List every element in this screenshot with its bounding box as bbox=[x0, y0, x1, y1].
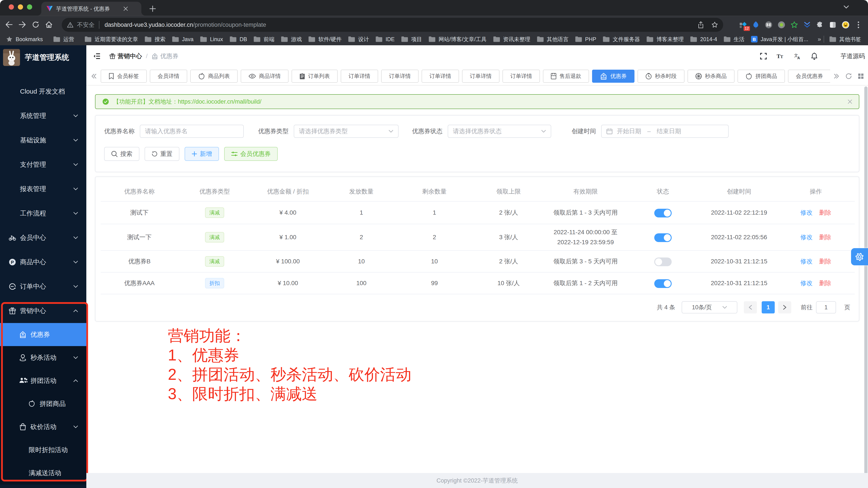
delete-button[interactable]: 删除 bbox=[819, 209, 831, 216]
bookmark-folder[interactable]: 游戏 bbox=[281, 36, 302, 43]
tab-订单详情[interactable]: 订单详情 bbox=[462, 70, 499, 83]
status-toggle[interactable] bbox=[654, 209, 672, 218]
settings-gear-button[interactable] bbox=[851, 248, 868, 265]
bookmark-folder[interactable]: Java bbox=[172, 36, 193, 42]
bookmark-folder[interactable]: PHP bbox=[575, 36, 596, 42]
sidebar-item-秒杀活动[interactable]: 秒杀活动 bbox=[0, 346, 86, 369]
ext-record-icon[interactable] bbox=[778, 21, 785, 29]
profile-avatar-icon[interactable] bbox=[842, 21, 849, 29]
bookmark-folder[interactable]: 2014-4 bbox=[690, 36, 717, 42]
sidebar-item-工作流程[interactable]: 工作流程 bbox=[0, 201, 86, 226]
add-button[interactable]: 新增 bbox=[185, 147, 219, 161]
sidebar-item-限时折扣活动[interactable]: 限时折扣活动 bbox=[0, 438, 86, 461]
status-toggle[interactable] bbox=[654, 233, 672, 242]
tags-refresh-icon[interactable] bbox=[845, 73, 852, 80]
coupon-status-select[interactable]: 请选择优惠券状态 bbox=[448, 125, 551, 138]
tab-秒杀时段[interactable]: 秒杀时段 bbox=[638, 70, 684, 83]
zoom-window-button[interactable] bbox=[27, 4, 32, 9]
tab-订单列表[interactable]: 订单列表 bbox=[291, 70, 338, 83]
bookmark-folder[interactable]: DB bbox=[229, 36, 247, 42]
tab-优惠券[interactable]: 优惠券 bbox=[592, 70, 634, 83]
tab-售后退款[interactable]: 售后退款 bbox=[543, 70, 589, 83]
coupon-name-input[interactable]: 请输入优惠券名 bbox=[140, 125, 244, 138]
ext-square-icon[interactable] bbox=[829, 21, 837, 29]
bookmark-folder[interactable]: 运营 bbox=[53, 36, 74, 43]
bookmark-star-icon[interactable] bbox=[711, 22, 718, 28]
url-text[interactable]: dashboard-vue3.yudao.iocoder.cn/promotio… bbox=[104, 22, 266, 28]
bookmark-folder[interactable]: 搜索 bbox=[145, 36, 165, 43]
tab-商品列表[interactable]: 商品列表 bbox=[190, 70, 238, 83]
delete-button[interactable]: 删除 bbox=[819, 258, 831, 265]
status-toggle[interactable] bbox=[654, 279, 672, 288]
tags-scroll-left-icon[interactable] bbox=[91, 74, 97, 79]
bookmark-folder[interactable]: 设计 bbox=[348, 36, 369, 43]
search-button[interactable]: 搜索 bbox=[104, 147, 140, 161]
other-bookmarks[interactable]: 其他书签 bbox=[829, 36, 861, 43]
ext-grid-icon[interactable]: 12 bbox=[739, 21, 747, 29]
share-icon[interactable] bbox=[698, 21, 704, 28]
tab-会员详情[interactable]: 会员详情 bbox=[150, 70, 187, 83]
tags-scroll-right-icon[interactable] bbox=[834, 74, 839, 79]
sidebar-item-报表管理[interactable]: 报表管理 bbox=[0, 177, 86, 201]
bookmark-folder[interactable]: 项目 bbox=[401, 36, 422, 43]
tab-search-icon[interactable] bbox=[844, 5, 849, 9]
sidebar-item-拼团活动[interactable]: 拼团活动 bbox=[0, 369, 86, 392]
username[interactable]: 芋道源码 bbox=[841, 52, 865, 60]
notification-bell-icon[interactable] bbox=[811, 53, 817, 60]
home-icon[interactable] bbox=[45, 21, 53, 28]
tab-商品详情[interactable]: 商品详情 bbox=[241, 70, 288, 83]
sidebar-item-Cloud 开发文档[interactable]: Cloud 开发文档 bbox=[0, 79, 86, 104]
sidebar-item-商品中心[interactable]: P商品中心 bbox=[0, 250, 86, 274]
tab-会员优惠券[interactable]: 会员优惠券 bbox=[788, 70, 830, 83]
address-bar[interactable]: 不安全 dashboard-vue3.yudao.iocoder.cn/prom… bbox=[62, 18, 723, 32]
sidebar-item-优惠券[interactable]: 优惠券 bbox=[0, 323, 86, 346]
ext-kite-icon[interactable] bbox=[752, 21, 760, 29]
edit-button[interactable]: 修改 bbox=[800, 209, 812, 216]
tags-layout-icon[interactable] bbox=[858, 74, 864, 79]
sidebar-item-砍价活动[interactable]: 砍价活动 bbox=[0, 415, 86, 438]
bookmark-folder[interactable]: Linux bbox=[200, 36, 223, 42]
tab-秒杀商品[interactable]: 秒杀商品 bbox=[687, 70, 735, 83]
delete-button[interactable]: 删除 bbox=[819, 280, 831, 286]
coupon-type-select[interactable]: 请选择优惠券类型 bbox=[294, 125, 399, 138]
window-controls[interactable] bbox=[9, 4, 32, 9]
goto-page-input[interactable]: 1 bbox=[816, 301, 836, 313]
tab-拼团商品[interactable]: 拼团商品 bbox=[738, 70, 785, 83]
bookmark-folder[interactable]: 资讯未整理 bbox=[493, 36, 530, 43]
close-window-button[interactable] bbox=[9, 4, 14, 9]
tab-close-icon[interactable] bbox=[122, 5, 129, 12]
sidebar-item-会员中心[interactable]: 会员中心 bbox=[0, 226, 86, 250]
bookmarks-overflow[interactable]: » bbox=[817, 36, 821, 42]
new-tab-button[interactable] bbox=[148, 4, 157, 13]
bookmark-folder[interactable]: 博客未整理 bbox=[646, 36, 684, 43]
alert-close-icon[interactable] bbox=[847, 99, 852, 104]
bookmark-folder[interactable]: 网站/博客/文章/工具 bbox=[429, 36, 487, 43]
minimize-window-button[interactable] bbox=[18, 4, 23, 9]
forward-icon[interactable] bbox=[19, 21, 26, 28]
reload-icon[interactable] bbox=[32, 21, 39, 28]
tab-订单详情[interactable]: 订单详情 bbox=[381, 70, 418, 83]
ext-command-icon[interactable] bbox=[765, 21, 773, 29]
security-warning-icon[interactable] bbox=[67, 22, 73, 28]
page-number-1[interactable]: 1 bbox=[762, 301, 775, 313]
breadcrumb-item-marketing[interactable]: 营销中心 bbox=[110, 52, 142, 60]
collapse-sidebar-icon[interactable] bbox=[93, 53, 100, 59]
prev-page-button[interactable] bbox=[744, 301, 757, 313]
bookmark-folder[interactable]: 近期需要读的文章 bbox=[85, 36, 138, 43]
tab-会员标签[interactable]: 会员标签 bbox=[101, 70, 147, 83]
delete-button[interactable]: 删除 bbox=[819, 234, 831, 240]
tab-订单详情[interactable]: 订单详情 bbox=[422, 70, 459, 83]
sidebar-item-营销中心[interactable]: 营销中心 bbox=[0, 298, 86, 323]
sidebar-item-系统管理[interactable]: 系统管理 bbox=[0, 104, 86, 128]
bookmarks-root[interactable]: Bookmarks bbox=[6, 36, 43, 42]
extensions-puzzle-icon[interactable] bbox=[816, 21, 824, 29]
fullscreen-icon[interactable] bbox=[760, 53, 767, 59]
bookmark-site[interactable]: B Java开发 | 小组首... bbox=[751, 36, 808, 43]
reset-button[interactable]: 重置 bbox=[145, 147, 179, 161]
edit-button[interactable]: 修改 bbox=[800, 258, 812, 265]
bookmark-folder[interactable]: 文件服务器 bbox=[603, 36, 640, 43]
sidebar-item-基础设施[interactable]: 基础设施 bbox=[0, 128, 86, 152]
sidebar-item-订单中心[interactable]: 订单中心 bbox=[0, 274, 86, 298]
sidebar-item-支付管理[interactable]: 支付管理 bbox=[0, 152, 86, 177]
next-page-button[interactable] bbox=[778, 301, 791, 313]
